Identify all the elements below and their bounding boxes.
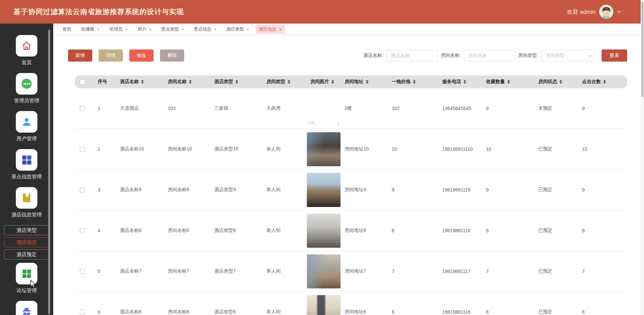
sidebar-item-bottom[interactable]	[0, 301, 53, 315]
cell-hotel-type: 酒店类型7	[211, 268, 263, 274]
tab-carousel[interactable]: 轮播图	[78, 25, 103, 34]
edit-button[interactable]: 修改	[129, 49, 154, 62]
row-checkbox[interactable]	[80, 147, 85, 152]
scrollbar-thumb[interactable]	[641, 1, 644, 97]
table-row: 6酒店名称6房间名称6酒店类型6单人间房间地址66198198811166已预定…	[75, 292, 627, 315]
detail-button[interactable]: 详情	[99, 49, 123, 62]
grid-blue-icon	[21, 154, 32, 166]
cell-favorite-count: 6	[483, 309, 535, 315]
tab-home[interactable]: 首页	[59, 25, 75, 34]
close-tab-icon[interactable]	[125, 27, 128, 32]
col-click-count[interactable]: 点击次数	[579, 79, 627, 85]
close-tab-icon[interactable]	[149, 27, 152, 32]
sort-icon	[413, 80, 416, 84]
close-tab-icon[interactable]	[279, 27, 282, 32]
delete-button[interactable]: 删除	[160, 49, 184, 62]
tab-admin[interactable]: 管理员	[106, 25, 131, 34]
user-icon	[21, 116, 32, 128]
cell-room-name: 房间名称8	[164, 228, 211, 234]
table-row: 4酒店名称8房间名称8酒店类型8单人间房间地址88198198811188已预定…	[75, 210, 627, 251]
cell-hotel-name: 酒店名称6	[117, 309, 164, 315]
room-photo[interactable]	[307, 254, 341, 288]
row-checkbox[interactable]	[80, 228, 85, 233]
page-scrollbar[interactable]	[641, 0, 644, 315]
cell-room-name: 203	[164, 106, 211, 111]
cell-click-count: 9	[579, 187, 627, 193]
col-hotel-name[interactable]: 酒店名称	[117, 79, 164, 85]
room-photo[interactable]	[307, 132, 341, 166]
tab-hotel-info[interactable]: 酒店信息	[256, 25, 285, 34]
room-photo[interactable]	[307, 173, 341, 207]
submenu-hotel-type[interactable]: 酒店类型	[4, 225, 49, 235]
col-phone[interactable]: 服务电话	[439, 79, 483, 85]
cell-room-status: 已预定	[535, 146, 579, 152]
close-tab-icon[interactable]	[247, 27, 249, 32]
sidebar-item-user-management[interactable]: 用户管理	[0, 111, 53, 142]
sidebar-scrollbar[interactable]	[48, 30, 50, 314]
user-menu[interactable]: 欢迎 admin	[567, 5, 621, 19]
cell-room-name: 房间名称6	[164, 309, 211, 315]
close-tab-icon[interactable]	[182, 27, 184, 32]
cell-click-count: 7	[579, 269, 627, 274]
col-favorite-count[interactable]: 收藏数量	[483, 79, 535, 85]
room-type-select[interactable]: 房间类型	[541, 50, 595, 61]
submenu-hotel-info[interactable]: 酒店信息	[4, 237, 49, 247]
cell-hotel-name: 酒店名称10	[117, 146, 164, 152]
cell-room-status: 已预定	[535, 268, 579, 274]
cell-room-image	[307, 214, 341, 248]
home-icon	[22, 41, 32, 51]
toolbar: 新增 详情 修改 删除 酒店名称: 房间名称: 房间类型: 房间类型 搜索	[68, 49, 627, 62]
select-all-checkbox[interactable]	[80, 79, 85, 84]
avatar[interactable]	[599, 5, 613, 19]
room-photo[interactable]	[307, 295, 341, 315]
col-room-address[interactable]: 房间地址	[341, 79, 388, 85]
add-button[interactable]: 新增	[68, 49, 92, 62]
row-checkbox[interactable]	[80, 310, 85, 315]
row-checkbox[interactable]	[80, 106, 85, 111]
col-price[interactable]: 一晚价格	[388, 79, 439, 85]
sort-icon	[141, 80, 144, 84]
cell-hotel-name: 酒店名称8	[117, 228, 164, 234]
cell-room-address: 房间地址7	[341, 268, 388, 274]
tab-user[interactable]: 用户	[134, 25, 155, 34]
cell-room-status: 已预定	[535, 309, 579, 315]
cell-price: 8	[388, 228, 439, 233]
search-button[interactable]: 搜索	[602, 49, 627, 62]
cell-room-address: 房间地址6	[341, 309, 388, 315]
sidebar: 首页 管理员管理 用户管理	[0, 24, 53, 315]
col-room-image[interactable]: 房间图片	[307, 79, 341, 85]
col-room-name[interactable]: 房间名称	[164, 79, 211, 85]
submenu-hotel-booking[interactable]: 酒店预定	[4, 249, 49, 259]
sidebar-item-admin-management[interactable]: 管理员管理	[0, 73, 53, 104]
cell-price: 10	[388, 146, 439, 152]
col-hotel-type[interactable]: 酒店类型	[211, 79, 263, 85]
cell-click-count: 9	[579, 228, 627, 233]
sidebar-item-attraction-management[interactable]: 景点信息管理	[0, 149, 53, 180]
room-name-input[interactable]	[464, 50, 515, 61]
hotel-name-input[interactable]	[386, 50, 438, 61]
row-checkbox[interactable]	[80, 269, 85, 274]
room-name-label: 房间名称:	[441, 53, 461, 59]
room-photo[interactable]: 176	[307, 92, 341, 126]
room-photo[interactable]	[307, 214, 341, 248]
cell-room-address: 房间地址8	[341, 228, 388, 234]
col-room-status[interactable]: 房间状态	[535, 79, 579, 85]
cell-price: 9	[388, 187, 439, 193]
grid-green-icon	[21, 268, 32, 279]
sidebar-item-home[interactable]: 首页	[0, 35, 53, 66]
search-filters: 酒店名称: 房间名称: 房间类型: 房间类型 搜索	[363, 49, 627, 62]
chevron-down-icon[interactable]	[617, 10, 621, 13]
sidebar-item-forum-management[interactable]: 论坛管理	[0, 263, 53, 293]
tab-attraction-info[interactable]: 景点信息	[190, 25, 220, 34]
sort-icon	[463, 80, 466, 84]
close-tab-icon[interactable]	[214, 27, 217, 32]
close-tab-icon[interactable]	[97, 27, 100, 32]
sidebar-item-hotel-management[interactable]: 酒店信息管理	[0, 187, 53, 218]
tab-attraction-type[interactable]: 景点类型	[158, 25, 188, 34]
tab-hotel-type[interactable]: 酒店类型	[223, 25, 253, 34]
col-room-type[interactable]: 房间类型	[263, 79, 307, 85]
app-window: 基于协同过滤算法云南省旅游推荐系统的设计与实现 欢迎 admin	[0, 0, 644, 315]
row-checkbox[interactable]	[80, 187, 85, 193]
cell-room-image	[307, 132, 341, 166]
hotel-submenu: 酒店类型 酒店信息 酒店预定	[4, 225, 49, 259]
